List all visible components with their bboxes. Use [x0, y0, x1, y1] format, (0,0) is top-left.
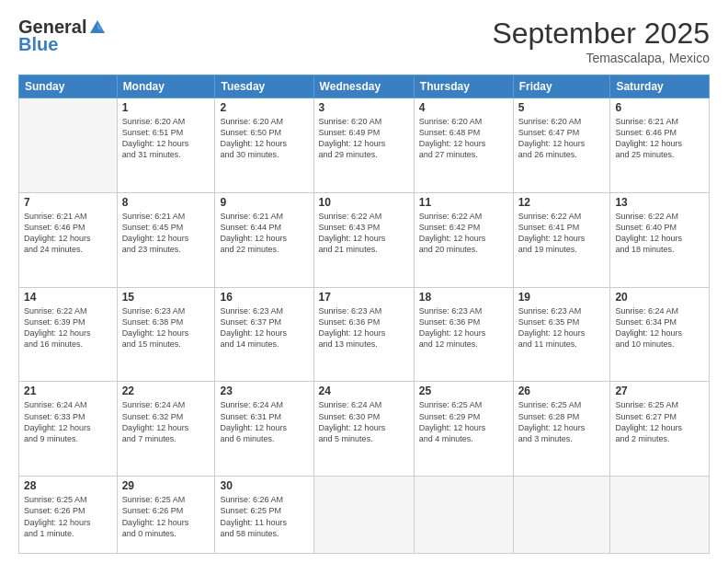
- calendar-cell: 8Sunrise: 6:21 AMSunset: 6:45 PMDaylight…: [117, 192, 215, 287]
- day-number: 2: [220, 101, 308, 114]
- day-info: Sunrise: 6:24 AMSunset: 6:32 PMDaylight:…: [122, 399, 210, 444]
- day-info: Sunrise: 6:20 AMSunset: 6:48 PMDaylight:…: [419, 116, 508, 161]
- calendar-cell: 9Sunrise: 6:21 AMSunset: 6:44 PMDaylight…: [215, 192, 313, 287]
- day-info: Sunrise: 6:22 AMSunset: 6:39 PMDaylight:…: [24, 305, 112, 350]
- title-block: September 2025 Temascalapa, Mexico: [492, 17, 710, 65]
- day-info: Sunrise: 6:25 AMSunset: 6:29 PMDaylight:…: [419, 399, 508, 444]
- calendar-cell: 4Sunrise: 6:20 AMSunset: 6:48 PMDaylight…: [414, 98, 513, 193]
- day-info: Sunrise: 6:23 AMSunset: 6:36 PMDaylight:…: [319, 305, 409, 350]
- calendar-cell: 18Sunrise: 6:23 AMSunset: 6:36 PMDayligh…: [414, 287, 513, 382]
- day-header-tuesday: Tuesday: [215, 75, 313, 98]
- calendar-cell: [513, 477, 610, 554]
- calendar-cell: 2Sunrise: 6:20 AMSunset: 6:50 PMDaylight…: [215, 98, 313, 193]
- day-info: Sunrise: 6:24 AMSunset: 6:34 PMDaylight:…: [615, 305, 704, 350]
- calendar-cell: 17Sunrise: 6:23 AMSunset: 6:36 PMDayligh…: [313, 287, 414, 382]
- calendar-week-row: 14Sunrise: 6:22 AMSunset: 6:39 PMDayligh…: [19, 287, 710, 382]
- calendar-cell: 10Sunrise: 6:22 AMSunset: 6:43 PMDayligh…: [313, 192, 414, 287]
- page: General Blue September 2025 Temascalapa,…: [0, 0, 728, 563]
- day-info: Sunrise: 6:25 AMSunset: 6:28 PMDaylight:…: [518, 399, 606, 444]
- calendar-cell: 19Sunrise: 6:23 AMSunset: 6:35 PMDayligh…: [513, 287, 610, 382]
- day-number: 24: [319, 385, 409, 397]
- day-info: Sunrise: 6:23 AMSunset: 6:37 PMDaylight:…: [220, 305, 308, 350]
- day-info: Sunrise: 6:25 AMSunset: 6:27 PMDaylight:…: [615, 399, 704, 444]
- day-info: Sunrise: 6:26 AMSunset: 6:25 PMDaylight:…: [220, 494, 308, 539]
- header: General Blue September 2025 Temascalapa,…: [18, 17, 710, 65]
- day-header-monday: Monday: [117, 75, 215, 98]
- calendar-week-row: 7Sunrise: 6:21 AMSunset: 6:46 PMDaylight…: [19, 192, 710, 287]
- day-info: Sunrise: 6:22 AMSunset: 6:41 PMDaylight:…: [518, 211, 606, 256]
- calendar-cell: 1Sunrise: 6:20 AMSunset: 6:51 PMDaylight…: [117, 98, 215, 193]
- calendar-week-row: 28Sunrise: 6:25 AMSunset: 6:26 PMDayligh…: [19, 477, 710, 554]
- day-info: Sunrise: 6:24 AMSunset: 6:33 PMDaylight:…: [24, 399, 112, 444]
- calendar-header-row: SundayMondayTuesdayWednesdayThursdayFrid…: [19, 75, 710, 98]
- day-info: Sunrise: 6:20 AMSunset: 6:51 PMDaylight:…: [122, 116, 210, 161]
- day-info: Sunrise: 6:22 AMSunset: 6:42 PMDaylight:…: [419, 211, 508, 256]
- logo-icon: [88, 18, 107, 37]
- day-number: 9: [220, 196, 308, 209]
- day-info: Sunrise: 6:20 AMSunset: 6:47 PMDaylight:…: [518, 116, 606, 161]
- calendar-cell: 6Sunrise: 6:21 AMSunset: 6:46 PMDaylight…: [610, 98, 710, 193]
- day-header-friday: Friday: [513, 75, 610, 98]
- calendar-cell: 5Sunrise: 6:20 AMSunset: 6:47 PMDaylight…: [513, 98, 610, 193]
- calendar-cell: 23Sunrise: 6:24 AMSunset: 6:31 PMDayligh…: [215, 382, 313, 477]
- day-number: 11: [419, 196, 508, 209]
- day-number: 13: [615, 196, 704, 209]
- day-info: Sunrise: 6:21 AMSunset: 6:45 PMDaylight:…: [122, 211, 210, 256]
- month-title: September 2025: [492, 17, 710, 51]
- subtitle: Temascalapa, Mexico: [492, 51, 710, 65]
- day-number: 4: [419, 101, 508, 114]
- calendar-cell: 20Sunrise: 6:24 AMSunset: 6:34 PMDayligh…: [610, 287, 710, 382]
- calendar-cell: 11Sunrise: 6:22 AMSunset: 6:42 PMDayligh…: [414, 192, 513, 287]
- calendar-cell: 3Sunrise: 6:20 AMSunset: 6:49 PMDaylight…: [313, 98, 414, 193]
- day-info: Sunrise: 6:21 AMSunset: 6:46 PMDaylight:…: [24, 211, 112, 256]
- day-number: 3: [319, 101, 409, 114]
- calendar-cell: 7Sunrise: 6:21 AMSunset: 6:46 PMDaylight…: [19, 192, 118, 287]
- day-number: 29: [122, 479, 210, 492]
- day-number: 20: [615, 291, 704, 304]
- day-number: 19: [518, 291, 606, 304]
- day-number: 1: [122, 101, 210, 114]
- day-number: 16: [220, 291, 308, 304]
- day-info: Sunrise: 6:25 AMSunset: 6:26 PMDaylight:…: [24, 494, 112, 539]
- day-info: Sunrise: 6:22 AMSunset: 6:43 PMDaylight:…: [319, 211, 409, 256]
- day-info: Sunrise: 6:20 AMSunset: 6:49 PMDaylight:…: [319, 116, 409, 161]
- calendar-week-row: 21Sunrise: 6:24 AMSunset: 6:33 PMDayligh…: [19, 382, 710, 477]
- calendar-cell: [610, 477, 710, 554]
- calendar-cell: 22Sunrise: 6:24 AMSunset: 6:32 PMDayligh…: [117, 382, 215, 477]
- day-number: 6: [615, 101, 704, 114]
- calendar-cell: [19, 98, 118, 193]
- calendar-cell: 12Sunrise: 6:22 AMSunset: 6:41 PMDayligh…: [513, 192, 610, 287]
- day-number: 12: [518, 196, 606, 209]
- day-info: Sunrise: 6:25 AMSunset: 6:26 PMDaylight:…: [122, 494, 210, 539]
- calendar-cell: [313, 477, 414, 554]
- day-number: 26: [518, 385, 606, 397]
- day-info: Sunrise: 6:22 AMSunset: 6:40 PMDaylight:…: [615, 211, 704, 256]
- day-header-wednesday: Wednesday: [313, 75, 414, 98]
- day-header-sunday: Sunday: [19, 75, 118, 98]
- day-info: Sunrise: 6:24 AMSunset: 6:30 PMDaylight:…: [319, 399, 409, 444]
- day-info: Sunrise: 6:23 AMSunset: 6:35 PMDaylight:…: [518, 305, 606, 350]
- day-number: 14: [24, 291, 112, 304]
- calendar-cell: 28Sunrise: 6:25 AMSunset: 6:26 PMDayligh…: [19, 477, 118, 554]
- calendar-cell: 25Sunrise: 6:25 AMSunset: 6:29 PMDayligh…: [414, 382, 513, 477]
- day-number: 8: [122, 196, 210, 209]
- calendar-cell: 21Sunrise: 6:24 AMSunset: 6:33 PMDayligh…: [19, 382, 118, 477]
- day-info: Sunrise: 6:20 AMSunset: 6:50 PMDaylight:…: [220, 116, 308, 161]
- calendar-cell: 24Sunrise: 6:24 AMSunset: 6:30 PMDayligh…: [313, 382, 414, 477]
- day-number: 25: [419, 385, 508, 397]
- day-info: Sunrise: 6:23 AMSunset: 6:38 PMDaylight:…: [122, 305, 210, 350]
- calendar-cell: 26Sunrise: 6:25 AMSunset: 6:28 PMDayligh…: [513, 382, 610, 477]
- calendar-cell: 27Sunrise: 6:25 AMSunset: 6:27 PMDayligh…: [610, 382, 710, 477]
- day-number: 21: [24, 385, 112, 397]
- day-number: 23: [220, 385, 308, 397]
- calendar-cell: 30Sunrise: 6:26 AMSunset: 6:25 PMDayligh…: [215, 477, 313, 554]
- calendar-cell: 14Sunrise: 6:22 AMSunset: 6:39 PMDayligh…: [19, 287, 118, 382]
- day-number: 15: [122, 291, 210, 304]
- day-number: 22: [122, 385, 210, 397]
- day-number: 27: [615, 385, 704, 397]
- day-number: 18: [419, 291, 508, 304]
- calendar-week-row: 1Sunrise: 6:20 AMSunset: 6:51 PMDaylight…: [19, 98, 710, 193]
- calendar-cell: 15Sunrise: 6:23 AMSunset: 6:38 PMDayligh…: [117, 287, 215, 382]
- day-number: 5: [518, 101, 606, 114]
- day-number: 28: [24, 479, 112, 492]
